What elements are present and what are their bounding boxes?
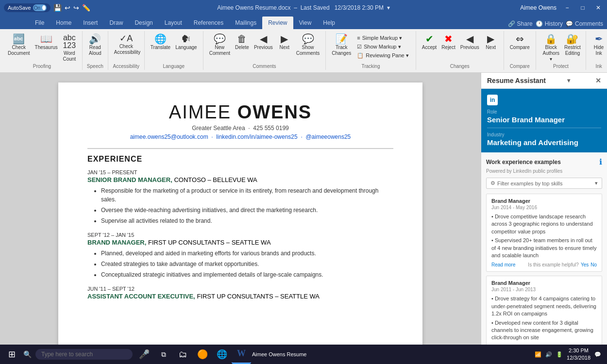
reject-btn[interactable]: ✖ Reject	[439, 31, 457, 62]
taskbar-battery-icon[interactable]: 🔋	[556, 351, 563, 358]
word-count-btn[interactable]: abc123 WordCount	[61, 31, 78, 62]
card-1-read-more[interactable]: Read more	[491, 262, 515, 267]
twitter-link[interactable]: @aimeeowens25	[305, 133, 351, 140]
show-comments-icon: 💬	[302, 34, 314, 44]
list-item: Responsible for the marketing of a produ…	[101, 186, 393, 204]
resume-panel-close-btn[interactable]: ✕	[595, 77, 601, 84]
taskbar-search-input[interactable]	[35, 349, 133, 360]
check-accessibility-btn[interactable]: ✓A CheckAccessibility	[112, 31, 140, 62]
close-btn[interactable]: ✕	[593, 3, 603, 13]
redo-icon[interactable]: ↪	[73, 4, 79, 12]
job-2: SEPT '12 – JAN '15 BRAND MANAGER, FIRST …	[87, 232, 393, 279]
taskbar-word[interactable]: W	[232, 345, 251, 364]
job-2-title-text: BRAND MANAGER,	[87, 239, 146, 246]
thesaurus-btn[interactable]: 📖 Thesaurus	[33, 31, 60, 62]
accessibility-label: Accessibility	[112, 64, 140, 70]
save-icon[interactable]: 💾	[53, 4, 62, 12]
next-change-btn[interactable]: ▶ Next	[482, 31, 500, 62]
autosave-badge[interactable]: AutoSave On	[4, 3, 51, 12]
simple-markup-btn[interactable]: ≡ Simple Markup ▾	[354, 34, 412, 42]
card-1-no-btn[interactable]: No	[590, 262, 597, 267]
card-2-title: Brand Manager	[491, 280, 597, 286]
autosave-toggle[interactable]: On	[33, 4, 47, 11]
share-btn[interactable]: 🔗 Share	[508, 20, 533, 27]
tab-mailings[interactable]: Mailings	[229, 17, 262, 29]
taskbar-volume-icon[interactable]: 🔊	[545, 351, 552, 358]
translate-btn[interactable]: 🌐 Translate	[149, 31, 172, 62]
filter-bar[interactable]: ⚙ Filter examples by top skills ▾	[486, 178, 602, 189]
doc-contact: Greater Seattle Area · 425 555 0199	[87, 125, 393, 132]
block-authors-icon: 🔒	[545, 34, 557, 44]
job-1-title-text: SENIOR BRAND MANAGER,	[87, 176, 172, 183]
job-3-title-text: ASSISTANT ACCOUNT EXECUTIVE,	[87, 293, 195, 300]
comments-btn[interactable]: 💬 Comments	[566, 20, 603, 27]
taskbar-mic[interactable]: 🎤	[135, 345, 154, 364]
restrict-editing-btn[interactable]: 🔐 RestrictEditing	[563, 31, 582, 62]
tab-layout[interactable]: Layout	[159, 17, 188, 29]
reviewing-pane-btn[interactable]: 📋 Reviewing Pane ▾	[354, 51, 412, 60]
track-changes-btn[interactable]: 📝 TrackChanges	[330, 31, 353, 62]
taskbar-store[interactable]: 🟠	[193, 345, 212, 364]
minimize-btn[interactable]: −	[562, 3, 572, 13]
word-count-icon: abc123	[63, 34, 76, 50]
notifications-icon[interactable]: 💬	[594, 351, 601, 358]
tab-home[interactable]: Home	[50, 17, 77, 29]
card-1-yes-btn[interactable]: Yes	[581, 262, 589, 267]
taskbar-task-view[interactable]: ⧉	[154, 345, 173, 364]
work-exp-header: Work experience examples ℹ	[486, 157, 602, 166]
tab-file[interactable]: File	[29, 17, 50, 29]
taskbar-clock[interactable]: 2:30 PM 12/3/2018	[567, 347, 590, 362]
list-item: Oversee the wide-reaching advertising in…	[101, 206, 393, 215]
industry-value[interactable]: Marketing and Advertising	[487, 138, 601, 147]
block-authors-btn[interactable]: 🔒 BlockAuthors ▾	[540, 31, 562, 62]
resume-panel-title: Resume Assistant	[487, 77, 546, 84]
taskbar-search-icon: 🔍	[23, 350, 32, 358]
job-1: JAN '15 – PRESENT SENIOR BRAND MANAGER, …	[87, 169, 393, 225]
tab-view[interactable]: View	[293, 17, 318, 29]
email-link[interactable]: aimee.owens25@outlook.com	[130, 133, 208, 140]
document-area[interactable]: AIMEE OWENS Greater Seattle Area · 425 5…	[0, 73, 481, 345]
tab-references[interactable]: References	[188, 17, 229, 29]
maximize-btn[interactable]: □	[578, 3, 588, 13]
new-comment-btn[interactable]: 💬 NewComment	[207, 31, 232, 62]
card-1-helpful: Is this example helpful? Yes No	[528, 262, 597, 267]
next-comment-btn[interactable]: ▶ Next	[276, 31, 293, 62]
touch-icon[interactable]: ✏️	[82, 4, 90, 12]
language-btn[interactable]: 🗣 Language	[173, 31, 199, 62]
tab-review[interactable]: Review	[262, 17, 293, 29]
taskbar-file-explorer[interactable]: 🗂	[173, 345, 193, 364]
delete-comment-btn[interactable]: 🗑 Delete	[233, 31, 251, 62]
start-button[interactable]: ⊞	[2, 345, 21, 364]
filter-dropdown-icon[interactable]: ▾	[595, 180, 598, 186]
role-value[interactable]: Senior Brand Manager	[487, 116, 601, 128]
accept-btn[interactable]: ✔ Accept	[420, 31, 439, 62]
resume-panel-collapse[interactable]: ▾	[567, 77, 570, 84]
linkedin-logo: in	[487, 95, 498, 105]
tab-help[interactable]: Help	[317, 17, 341, 29]
job-3-company: FIRST UP CONSULTANTS – SEATTLE WA	[197, 293, 320, 300]
work-exp-info-icon[interactable]: ℹ	[599, 157, 602, 166]
undo-icon[interactable]: ↩	[65, 4, 70, 12]
tab-draw[interactable]: Draw	[103, 17, 129, 29]
show-markup-btn[interactable]: ☑ Show Markup ▾	[354, 43, 412, 51]
check-document-btn[interactable]: 🔤 CheckDocument	[6, 31, 32, 62]
hide-ink-btn[interactable]: ✒ HideInk	[590, 31, 607, 62]
powered-by: Powered by LinkedIn public profiles	[486, 168, 602, 174]
show-comments-btn[interactable]: 💬 ShowComments	[294, 31, 321, 62]
title-bar-left: AutoSave On 💾 ↩ ↪ ✏️	[4, 3, 90, 12]
history-btn[interactable]: 🕐 History	[536, 20, 563, 27]
taskbar-network-icon[interactable]: 📶	[535, 351, 541, 358]
prev-comment-btn[interactable]: ◀ Previous	[252, 31, 275, 62]
compare-btn[interactable]: ⇔ Compare	[508, 31, 532, 62]
taskbar-edge[interactable]: 🌐	[212, 345, 232, 364]
linkedin-link[interactable]: linkedin.com/in/aimee-owens25	[216, 133, 297, 140]
resume-panel-content[interactable]: Work experience examples ℹ Powered by Li…	[481, 152, 607, 345]
tab-insert[interactable]: Insert	[77, 17, 103, 29]
card-1-dates: Jun 2014 - May 2016	[491, 205, 597, 210]
hide-ink-icon: ✒	[595, 34, 603, 44]
title-bar: AutoSave On 💾 ↩ ↪ ✏️ Aimee Owens Resume.…	[0, 0, 607, 16]
read-aloud-btn[interactable]: 🔊 ReadAloud	[86, 31, 104, 62]
prev-change-btn[interactable]: ◀ Previous	[458, 31, 481, 62]
tab-design[interactable]: Design	[129, 17, 158, 29]
experience-card-2: Brand Manager Jun 2011 - Jun 2013 • Drov…	[486, 276, 602, 345]
